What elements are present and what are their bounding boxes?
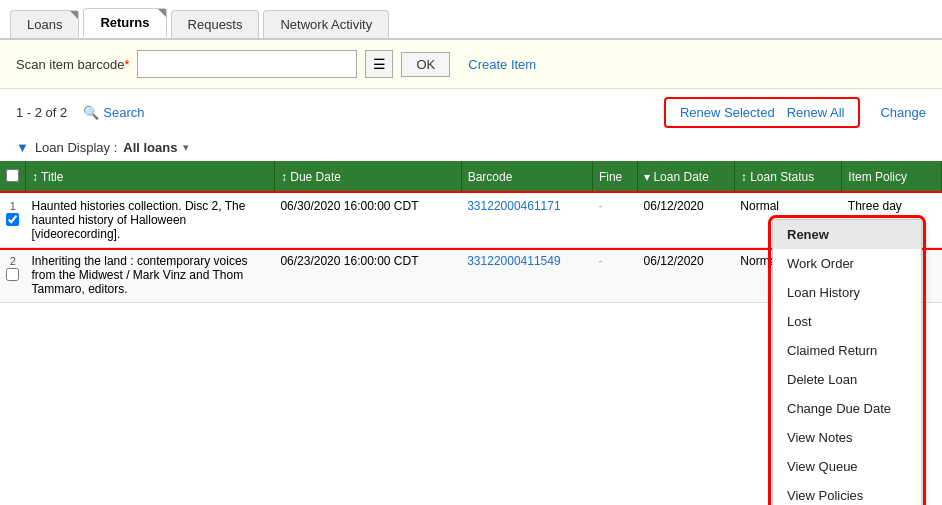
scan-bar: Scan item barcode* ☰ OK Create Item: [0, 40, 942, 89]
filter-row: ▼ Loan Display : All loans ▾: [0, 136, 942, 161]
renew-buttons-group: Renew Selected Renew All: [664, 97, 860, 128]
menu-item-work-order[interactable]: Work Order: [773, 249, 921, 278]
menu-item-claimed-return[interactable]: Claimed Return: [773, 336, 921, 365]
filter-dropdown-icon[interactable]: ▾: [183, 141, 189, 154]
row-barcode[interactable]: 33122000411549: [461, 248, 592, 303]
menu-item-view-policies[interactable]: View Policies: [773, 481, 921, 505]
filter-label: Loan Display :: [35, 140, 117, 155]
row-due-date: 06/30/2020 16:00:00 CDT: [274, 193, 461, 248]
toolbar-row: 1 - 2 of 2 🔍 Search Renew Selected Renew…: [0, 89, 942, 136]
context-menu: RenewWork OrderLoan HistoryLostClaimed R…: [772, 219, 922, 505]
ok-button[interactable]: OK: [401, 52, 450, 77]
row-title: Inheriting the land : contemporary voice…: [26, 248, 275, 303]
record-count: 1 - 2 of 2: [16, 105, 67, 120]
col-loan-status[interactable]: ↕ Loan Status: [734, 161, 842, 193]
row-loan-date: 06/12/2020: [638, 248, 735, 303]
renew-all-button[interactable]: Renew All: [787, 105, 845, 120]
scan-label: Scan item barcode*: [16, 57, 129, 72]
menu-item-lost[interactable]: Lost: [773, 307, 921, 336]
col-checkbox: [0, 161, 26, 193]
row-fine: -: [592, 248, 637, 303]
row-barcode[interactable]: 33122000461171: [461, 193, 592, 248]
col-due-date[interactable]: ↕ Due Date: [274, 161, 461, 193]
row-checkbox[interactable]: [6, 268, 19, 281]
select-all-checkbox[interactable]: [6, 169, 19, 182]
scan-input[interactable]: [137, 50, 357, 78]
col-barcode: Barcode: [461, 161, 592, 193]
content-area: 1 - 2 of 2 🔍 Search Renew Selected Renew…: [0, 89, 942, 303]
col-title[interactable]: ↕ Title: [26, 161, 275, 193]
tab-requests[interactable]: Requests: [171, 10, 260, 38]
menu-item-loan-history[interactable]: Loan History: [773, 278, 921, 307]
required-marker: *: [124, 57, 129, 72]
menu-item-view-notes[interactable]: View Notes: [773, 423, 921, 452]
menu-item-change-due-date[interactable]: Change Due Date: [773, 394, 921, 423]
tab-network-activity[interactable]: Network Activity: [263, 10, 389, 38]
filter-value: All loans: [123, 140, 177, 155]
row-due-date: 06/23/2020 16:00:00 CDT: [274, 248, 461, 303]
row-title: Haunted histories collection. Disc 2, Th…: [26, 193, 275, 248]
row-num-cell: 2: [0, 248, 26, 303]
row-checkbox[interactable]: [6, 213, 19, 226]
search-link[interactable]: 🔍 Search: [83, 105, 144, 120]
menu-item-view-queue[interactable]: View Queue: [773, 452, 921, 481]
row-loan-date: 06/12/2020: [638, 193, 735, 248]
list-button[interactable]: ☰: [365, 50, 393, 78]
tab-returns[interactable]: Returns: [83, 8, 166, 38]
menu-item-delete-loan[interactable]: Delete Loan: [773, 365, 921, 394]
tabs-bar: Loans Returns Requests Network Activity: [0, 0, 942, 40]
table-header-row: ↕ Title ↕ Due Date Barcode Fine ▾ Loan D…: [0, 161, 942, 193]
search-icon: 🔍: [83, 105, 99, 120]
tab-loans[interactable]: Loans: [10, 10, 79, 38]
col-item-policy: Item Policy: [842, 161, 942, 193]
row-number: 1: [10, 200, 16, 212]
renew-selected-button[interactable]: Renew Selected: [680, 105, 775, 120]
row-num-cell: 1: [0, 193, 26, 248]
row-number: 2: [10, 255, 16, 267]
col-loan-date[interactable]: ▾ Loan Date: [638, 161, 735, 193]
col-fine: Fine: [592, 161, 637, 193]
filter-icon: ▼: [16, 140, 29, 155]
change-button[interactable]: Change: [880, 105, 926, 120]
menu-item-renew[interactable]: Renew: [773, 220, 921, 249]
row-fine: -: [592, 193, 637, 248]
create-item-link[interactable]: Create Item: [468, 57, 536, 72]
